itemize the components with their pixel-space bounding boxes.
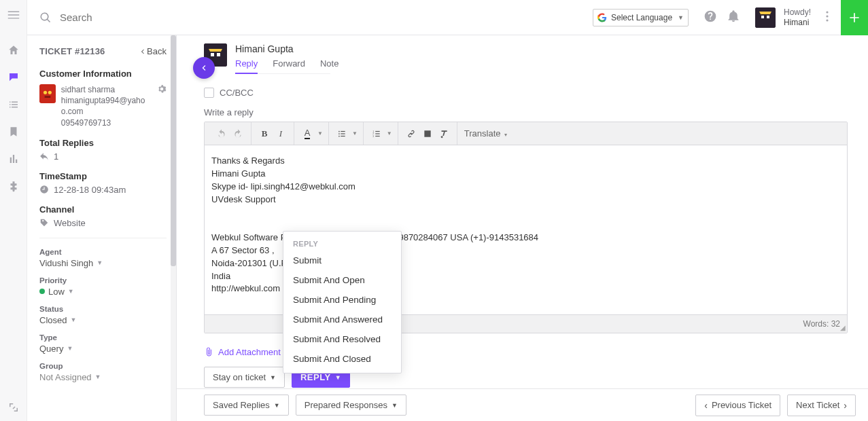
thread-content: Himani Gupta Reply Forward Note CC/BCC W… xyxy=(177,35,868,421)
reply-menu-item[interactable]: Submit And Open xyxy=(283,270,401,290)
scrollbar-thumb[interactable] xyxy=(171,35,176,266)
saved-replies-dropdown-label: Saved Replies xyxy=(213,400,270,410)
tab-forward[interactable]: Forward xyxy=(273,58,305,74)
topbar: Select Language ▼ Howdy! Himani xyxy=(27,0,868,35)
greeting-text: Howdy! xyxy=(784,7,811,17)
notifications-icon[interactable] xyxy=(727,10,740,25)
svg-rect-11 xyxy=(211,53,214,56)
undo-button[interactable] xyxy=(214,126,229,141)
svg-point-13 xyxy=(338,130,340,132)
hamburger-icon[interactable] xyxy=(0,1,27,29)
priority-dropdown[interactable]: Low▼ xyxy=(39,287,167,297)
reply-menu-item[interactable]: Submit And Resolved xyxy=(283,329,401,349)
redo-button[interactable] xyxy=(230,126,245,141)
user-avatar[interactable] xyxy=(755,7,776,28)
svg-text:3: 3 xyxy=(372,134,374,137)
chevron-down-icon: ▼ xyxy=(95,373,101,380)
italic-button[interactable]: I xyxy=(273,126,288,141)
ccbcc-checkbox[interactable] xyxy=(204,88,214,98)
prepared-responses-dropdown[interactable]: Prepared Responses▼ xyxy=(296,395,406,416)
resize-handle[interactable]: ◢ xyxy=(840,325,846,331)
nav-extensions-icon[interactable] xyxy=(0,172,27,200)
stay-on-ticket-dropdown[interactable]: Stay on ticket▼ xyxy=(204,367,285,388)
type-label: Type xyxy=(39,333,167,342)
sidepanel-scrollbar[interactable] xyxy=(171,35,176,421)
ulist-button[interactable] xyxy=(334,126,349,141)
add-attachment[interactable]: Add Attachment xyxy=(204,347,281,357)
search[interactable] xyxy=(39,11,585,24)
nav-chat-icon[interactable] xyxy=(0,64,27,91)
editor-line: Skype id- lipi.singh412@webkul.com xyxy=(211,181,840,194)
type-value: Query xyxy=(39,344,63,354)
svg-point-4 xyxy=(826,15,828,17)
collapse-sidepanel-button[interactable] xyxy=(193,57,215,79)
link-button[interactable] xyxy=(404,126,419,141)
group-value: Not Assigned xyxy=(39,372,92,382)
compose-button[interactable] xyxy=(841,0,868,35)
priority-value: Low xyxy=(48,287,65,297)
chevron-down-icon[interactable]: ▼ xyxy=(352,130,358,136)
priority-dot xyxy=(39,289,45,294)
customer-avatar[interactable] xyxy=(39,84,56,103)
group-label: Group xyxy=(39,362,167,370)
editor-toolbar: B I A▼ ▼ 123▼ xyxy=(205,122,847,145)
type-dropdown[interactable]: Query▼ xyxy=(39,344,167,354)
customer-settings-icon[interactable] xyxy=(157,84,167,96)
svg-rect-22 xyxy=(375,133,379,134)
previous-ticket-button[interactable]: ‹Previous Ticket xyxy=(695,395,780,416)
reply-menu-item[interactable]: Submit And Answered xyxy=(283,310,401,329)
agent-dropdown[interactable]: Vidushi Singh▼ xyxy=(39,258,167,268)
svg-rect-9 xyxy=(45,96,51,98)
bold-button[interactable]: B xyxy=(257,126,272,141)
search-input[interactable] xyxy=(58,11,262,24)
olist-button[interactable]: 123 xyxy=(369,126,384,141)
chevron-down-icon[interactable]: ▼ xyxy=(387,130,392,136)
nav-list-icon[interactable] xyxy=(0,91,27,118)
chevron-down-icon[interactable]: ▼ xyxy=(317,130,323,136)
next-ticket-button[interactable]: Next Ticket› xyxy=(787,395,856,416)
svg-rect-24 xyxy=(375,135,379,136)
reply-menu-item[interactable]: Submit xyxy=(283,251,401,270)
ticket-number: TICKET #12136 xyxy=(39,46,105,56)
textcolor-button[interactable]: A xyxy=(300,126,315,141)
help-icon[interactable] xyxy=(704,10,717,25)
search-icon xyxy=(39,12,52,24)
chevron-down-icon: ▼ xyxy=(67,345,73,352)
saved-replies-dropdown[interactable]: Saved Replies▼ xyxy=(204,395,289,416)
chevron-down-icon: ▼ xyxy=(68,288,74,295)
timestamp-label: TimeStamp xyxy=(39,171,167,181)
language-selector[interactable]: Select Language ▼ xyxy=(593,9,689,26)
svg-rect-1 xyxy=(761,16,764,18)
timestamp-row: 12-28-18 09:43am xyxy=(39,185,167,195)
translate-dropdown[interactable]: Translate ▾ xyxy=(457,128,514,139)
nav-bookmark-icon[interactable] xyxy=(0,118,27,145)
customer-phone: 09549769713 xyxy=(61,117,152,128)
reply-menu-item[interactable]: Submit And Closed xyxy=(283,349,401,369)
agent-label: Agent xyxy=(39,248,167,256)
nav-expand-icon[interactable] xyxy=(0,394,27,421)
svg-rect-0 xyxy=(755,7,776,28)
nav-home-icon[interactable] xyxy=(0,37,27,64)
bottom-right: ‹Previous TicketNext Ticket› xyxy=(695,395,856,416)
image-button[interactable] xyxy=(420,126,435,141)
nav-reports-icon[interactable] xyxy=(0,145,27,172)
tab-reply[interactable]: Reply xyxy=(235,58,258,74)
chevron-down-icon: ▼ xyxy=(270,374,276,381)
status-dropdown[interactable]: Closed▼ xyxy=(39,315,167,325)
thread-header: Himani Gupta Reply Forward Note xyxy=(204,43,848,74)
user-menu[interactable] xyxy=(822,11,833,24)
tab-note[interactable]: Note xyxy=(320,58,338,74)
svg-rect-6 xyxy=(39,86,56,102)
chevron-left-icon: ‹ xyxy=(704,400,708,411)
thread-author: Himani Gupta xyxy=(235,43,338,54)
reply-arrow-icon xyxy=(39,151,49,161)
svg-point-15 xyxy=(338,133,340,134)
reply-menu-item[interactable]: Submit And Pending xyxy=(283,290,401,310)
timestamp-value: 12-28-18 09:43am xyxy=(54,185,126,195)
stay-label: Stay on ticket xyxy=(213,372,266,382)
group-dropdown[interactable]: Not Assigned▼ xyxy=(39,372,167,382)
translate-label: Translate xyxy=(464,128,501,139)
back-link[interactable]: Back xyxy=(139,46,167,56)
editor-line: Himani Gupta xyxy=(211,168,840,181)
clear-format-button[interactable] xyxy=(436,126,451,141)
